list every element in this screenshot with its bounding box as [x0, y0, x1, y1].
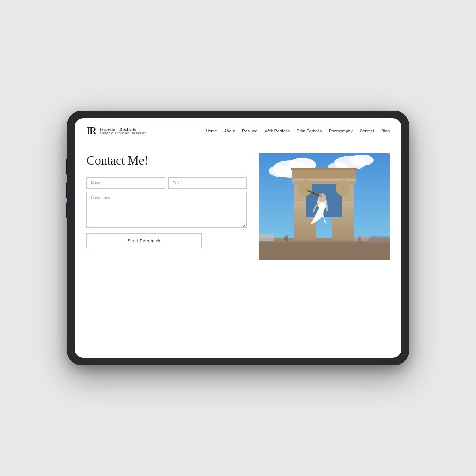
contact-title: Contact Me! [86, 153, 247, 168]
image-section [259, 153, 390, 350]
logo-area: IR Isabelle • Rochette Graphic and Web D… [86, 125, 146, 136]
nav-home[interactable]: Home [206, 129, 217, 133]
svg-point-3 [269, 165, 292, 177]
name-input[interactable] [86, 177, 165, 189]
nav-blog[interactable]: Blog [381, 129, 390, 133]
nav-links: Home About Resume Web Portfolio Print Po… [206, 129, 390, 133]
svg-point-37 [358, 236, 361, 242]
nav-contact[interactable]: Contact [360, 129, 374, 133]
svg-point-32 [318, 193, 326, 202]
svg-rect-18 [291, 168, 357, 170]
hero-image [259, 153, 390, 260]
arc-de-triomphe-scene [259, 153, 390, 260]
tablet-frame: IR Isabelle • Rochette Graphic and Web D… [67, 111, 409, 365]
nav-about[interactable]: About [224, 129, 235, 133]
contact-section: Contact Me! Send Feedback [86, 153, 247, 350]
logo-subtitle: Graphic and Web Designer [100, 131, 146, 135]
svg-point-36 [284, 235, 288, 242]
svg-rect-8 [259, 240, 390, 260]
logo-text: Isabelle • Rochette Graphic and Web Desi… [100, 127, 146, 135]
svg-point-29 [298, 180, 312, 196]
email-input[interactable] [168, 177, 247, 189]
svg-rect-17 [292, 169, 356, 178]
send-feedback-button[interactable]: Send Feedback [86, 233, 202, 248]
svg-point-30 [336, 180, 350, 196]
logo-mark: IR [86, 125, 96, 136]
nav-web-portfolio[interactable]: Web Portfolio [265, 129, 290, 133]
nav-header: IR Isabelle • Rochette Graphic and Web D… [75, 118, 401, 142]
nav-photography[interactable]: Photography [329, 129, 353, 133]
nav-print-portfolio[interactable]: Print Portfolio [297, 129, 322, 133]
comments-textarea[interactable] [86, 192, 247, 228]
logo-name: Isabelle • Rochette [100, 127, 146, 131]
main-content: Contact Me! Send Feedback [75, 142, 401, 358]
nav-resume[interactable]: Resume [242, 129, 257, 133]
svg-point-5 [350, 155, 374, 166]
form-row-name-email [86, 177, 247, 189]
screen: IR Isabelle • Rochette Graphic and Web D… [75, 118, 401, 358]
svg-rect-34 [370, 236, 390, 241]
svg-rect-33 [259, 234, 274, 241]
website: IR Isabelle • Rochette Graphic and Web D… [75, 118, 401, 358]
